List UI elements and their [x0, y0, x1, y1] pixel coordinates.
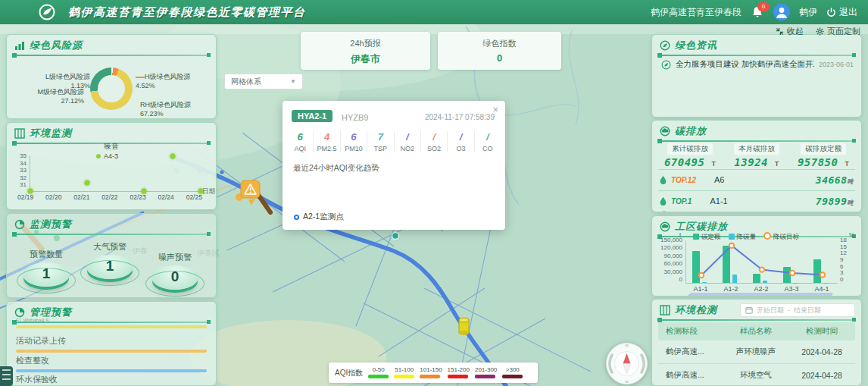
notification-badge: 0 [757, 2, 770, 11]
carbon-stat: 本月碳排放 13924 T [723, 140, 790, 168]
cloud-icon [660, 126, 670, 137]
stat-value: 1 [23, 265, 70, 282]
workarea-name: A6 [714, 175, 724, 184]
panel-title: 绿色风险源 [30, 39, 83, 52]
metric: 4PM2.5 [313, 131, 339, 152]
monitor-point-marker[interactable] [392, 233, 399, 240]
item-label: E1 Wababa4 9 [16, 318, 207, 323]
mgmt-warning-item[interactable]: 环水保验收 [16, 374, 207, 386]
table-header-row: 检测标段 样品名称 检测时间 [658, 322, 855, 340]
power-icon [826, 8, 836, 17]
station-tab[interactable]: A2-1监测点 [293, 212, 344, 222]
noise-x-labels: 02/1902/2002/2102/2202/2302/2402/25 [17, 193, 202, 201]
stat-value: 13924 [734, 156, 768, 168]
page-customize-label: 页面定制 [827, 26, 860, 37]
stat-label: 累计碳排放 [667, 143, 713, 155]
risk-donut [90, 67, 133, 110]
chart-icon [14, 40, 25, 51]
panel-title: 环境检测 [675, 303, 717, 317]
collapse-button[interactable]: 收起 [776, 26, 804, 37]
pie-icon [14, 307, 25, 318]
table-row[interactable]: 鹤伊高速... 声环境噪声 2024-04-28 [658, 340, 855, 364]
line-point [760, 267, 764, 271]
aqi-range: 151-200 [448, 367, 470, 378]
date-start-placeholder: 开始日期 [757, 306, 784, 315]
air-metrics: 6AQI 4PM2.5 6PM10 7TSP /NO2 /SO2 /O3 /CO [287, 131, 501, 152]
mgmt-warning-item[interactable]: 活动记录上传 [16, 335, 207, 353]
dashboard: 伊春 伊美区 [0, 0, 868, 386]
date-range-picker[interactable]: 开始日期 - 结束日期 [740, 303, 855, 317]
collapse-icon [776, 27, 784, 36]
stat-label: 预警数量 [17, 249, 75, 260]
metric: 6AQI [287, 131, 313, 152]
green-index-value: 0 [438, 52, 561, 64]
notification-bell-icon[interactable]: 0 [751, 5, 764, 19]
noise-chart-title: 噪音 [7, 142, 216, 152]
column-header: 检测时间 [788, 326, 855, 337]
logout-label: 退出 [839, 6, 857, 19]
forecast-card: 24h预报 伊春市 [301, 32, 430, 70]
progress-bar [16, 325, 207, 328]
metric: /NO2 [394, 131, 420, 152]
trend-title: 最近24小时AQI变化趋势 [293, 163, 379, 174]
forecast-label: 24h预报 [301, 38, 430, 49]
panel-title: 碳排放 [675, 124, 707, 138]
station-badge: HYA2-1 [292, 110, 333, 122]
noise-y-ticks: 3534333231 [10, 153, 27, 188]
carbon-top-row: TOP.12 A6 34668吨 [660, 171, 854, 189]
workarea-plot [685, 240, 838, 284]
mgmt-warning-item[interactable]: 检查整改 [16, 355, 207, 372]
calendar-icon [745, 306, 753, 314]
stat-value: 0 [151, 268, 198, 285]
construction-marker[interactable] [459, 318, 469, 335]
avatar[interactable] [773, 4, 790, 20]
aqi-legend-label: AQI指数 [335, 368, 363, 378]
metric: 7TSP [367, 131, 393, 152]
line-point [790, 271, 795, 275]
grid-system-select[interactable]: 网格体系 ▼ [224, 74, 303, 89]
item-label: 检查整改 [16, 355, 207, 366]
panel-mgmt-warning: 管理预警 E1 Wababa4 9 活动记录上传 检查整改 环水保验收 [6, 301, 217, 386]
panel-monitor-warning: 监测预警 预警数量 1 大气预警 1 噪声预警 0 [6, 213, 217, 298]
aqi-range: 101-150 [420, 367, 442, 378]
app-header: 鹤伊高速苔青至伊春段绿色近零碳管理平台 鹤伊高速苔青至伊春段 0 鹤伊 [0, 0, 868, 24]
cloud-icon [660, 221, 670, 232]
stat-unit: T [711, 160, 716, 168]
drop-icon [660, 176, 667, 184]
station-tab-label: A2-1监测点 [303, 212, 344, 222]
warning-stat: 预警数量 1 [17, 249, 75, 287]
carbon-top-row: TOP.1 A1-1 79899吨 [660, 192, 854, 210]
stat-cylinder: 1 [86, 255, 133, 279]
user-name: 鹤伊 [799, 6, 817, 19]
page-customize-button[interactable]: 页面定制 [816, 26, 860, 37]
divider [658, 169, 855, 170]
wa-right-ticks: 1815129630 [840, 237, 855, 283]
panel-green-risk: 绿色风险源 L级绿色风险源 1.13% H级绿色风险源 4.52% M级绿色风险… [6, 34, 217, 119]
layer-toggle-button[interactable] [0, 366, 13, 386]
logout-button[interactable]: 退出 [826, 6, 857, 19]
pie-icon [14, 219, 25, 230]
leaf-badge-icon [660, 40, 670, 51]
rank-badge: TOP.12 [671, 176, 696, 184]
warning-stat: 大气预警 1 [81, 241, 139, 279]
leaf-icon [661, 60, 671, 70]
panel-separator [14, 234, 209, 235]
metric: /CO [474, 131, 501, 152]
news-item[interactable]: 全力服务项目建设 加快鹤伊高速全面开工 2023-06-01 [661, 59, 854, 70]
map-compass-control[interactable] [605, 342, 648, 385]
aqi-legend: AQI指数 0-50 51-100 101-150 151-200 201-30… [329, 362, 538, 383]
table-row[interactable]: 鹤伊高速... 环境空气 2024-04-28 [658, 364, 855, 386]
risk-donut-hole [98, 75, 125, 102]
mgmt-warning-item[interactable]: E1 Wababa4 9 [16, 318, 207, 328]
scatter-point [84, 180, 89, 185]
stat-label: 噪声预警 [146, 252, 204, 263]
wa-left-ticks: 150,000120,00090,00060,00030,0000 [652, 237, 682, 283]
date-end-placeholder: 结束日期 [794, 306, 821, 315]
item-label: 环水保验收 [16, 374, 207, 385]
carbon-stats: 累计碳排放 670495 T 本月碳排放 13924 T 碳排放定额 95785… [657, 140, 857, 168]
stat-label: 本月碳排放 [734, 143, 779, 155]
chart-scrollbar[interactable] [687, 293, 834, 297]
progress-bar [16, 369, 207, 372]
stat-value: 1 [86, 258, 133, 275]
stat-unit: T [775, 160, 779, 168]
